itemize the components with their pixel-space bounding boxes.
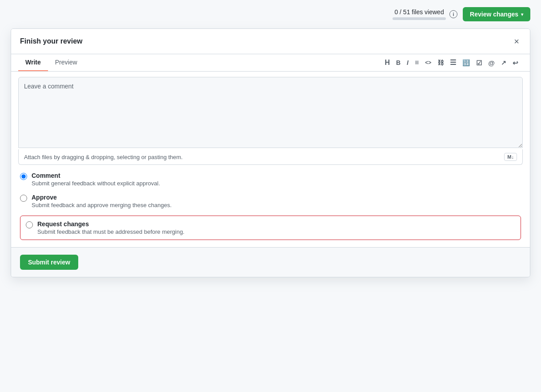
submit-review-button[interactable]: Submit review — [20, 255, 78, 270]
files-viewed-text-wrap: 0 / 51 files viewed — [393, 8, 446, 20]
panel-header: Finish your review × — [11, 29, 530, 54]
checkbox-button[interactable]: ☑ — [473, 58, 485, 68]
approve-radio[interactable] — [20, 195, 27, 202]
quote-button[interactable]: ≡ — [412, 57, 421, 68]
request-changes-option-desc: Submit feedback that must be addressed b… — [37, 228, 184, 235]
info-icon[interactable]: i — [449, 10, 457, 18]
top-bar: 0 / 51 files viewed i Review changes ▾ — [0, 0, 541, 28]
comment-option-text: Comment Submit general feedback without … — [32, 172, 160, 187]
bullet-list-button[interactable]: ☰ — [447, 57, 459, 68]
options-section: Comment Submit general feedback without … — [11, 165, 530, 247]
files-progress-bar — [393, 17, 446, 20]
tab-write[interactable]: Write — [18, 54, 48, 71]
request-changes-option[interactable]: Request changes Submit feedback that mus… — [20, 216, 521, 240]
files-viewed-count: 0 / 51 files viewed — [394, 8, 444, 16]
comment-option[interactable]: Comment Submit general feedback without … — [20, 172, 521, 187]
comment-option-desc: Submit general feedback without explicit… — [32, 180, 160, 187]
reference-button[interactable]: ↗ — [498, 58, 509, 68]
comment-area: Attach files by dragging & dropping, sel… — [11, 72, 530, 165]
comment-radio[interactable] — [20, 173, 27, 180]
review-changes-chevron: ▾ — [521, 12, 523, 17]
approve-option-desc: Submit feedback and approve merging thes… — [32, 202, 172, 208]
link-button[interactable]: ⛓ — [435, 58, 446, 68]
code-button[interactable]: <> — [422, 58, 434, 67]
files-viewed-container: 0 / 51 files viewed i — [393, 8, 457, 20]
panel-footer: Submit review — [11, 247, 530, 277]
editor-toolbar: H B I ≡ <> ⛓ ☰ 🔢 ☑ @ ↗ ↩ — [382, 57, 523, 68]
attach-bar: Attach files by dragging & dropping, sel… — [18, 149, 523, 165]
request-changes-radio[interactable] — [26, 221, 33, 228]
request-changes-option-label: Request changes — [37, 220, 184, 228]
approve-option-text: Approve Submit feedback and approve merg… — [32, 194, 172, 208]
review-changes-button[interactable]: Review changes ▾ — [463, 7, 530, 21]
markdown-badge: M↓ — [504, 153, 517, 161]
review-panel: Finish your review × Write Preview H B I… — [11, 28, 530, 277]
close-button[interactable]: × — [512, 36, 521, 47]
panel-title: Finish your review — [20, 37, 82, 45]
comment-textarea[interactable] — [18, 77, 523, 148]
italic-button[interactable]: I — [404, 58, 411, 68]
bold-button[interactable]: B — [393, 58, 403, 68]
tab-preview[interactable]: Preview — [48, 54, 84, 71]
numbered-list-button[interactable]: 🔢 — [460, 58, 473, 68]
tabs-bar: Write Preview H B I ≡ <> ⛓ ☰ 🔢 ☑ @ ↗ ↩ — [11, 54, 530, 72]
approve-option-label: Approve — [32, 194, 172, 201]
request-changes-option-text: Request changes Submit feedback that mus… — [37, 220, 184, 235]
attach-text: Attach files by dragging & dropping, sel… — [24, 154, 183, 160]
approve-option[interactable]: Approve Submit feedback and approve merg… — [20, 194, 521, 208]
mention-button[interactable]: @ — [485, 58, 497, 68]
heading-button[interactable]: H — [382, 57, 393, 68]
comment-option-label: Comment — [32, 172, 160, 179]
undo-button[interactable]: ↩ — [510, 58, 521, 68]
